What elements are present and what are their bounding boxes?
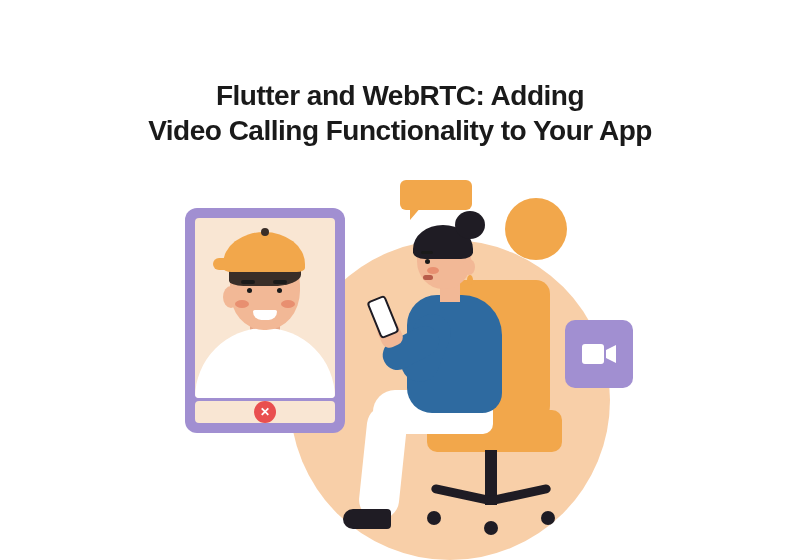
end-call-glyph: ✕ bbox=[260, 405, 270, 419]
tablet-screen bbox=[195, 218, 335, 398]
illustration-stage: ✕ bbox=[0, 170, 800, 560]
title-line-1: Flutter and WebRTC: Adding bbox=[216, 80, 584, 111]
woman-on-chair bbox=[355, 225, 595, 545]
page-title: Flutter and WebRTC: Adding Video Calling… bbox=[0, 0, 800, 148]
tablet-control-bar: ✕ bbox=[195, 401, 335, 423]
chat-bubble-icon bbox=[400, 180, 472, 216]
tablet-video-call: ✕ bbox=[185, 208, 345, 433]
end-call-icon: ✕ bbox=[254, 401, 276, 423]
title-line-2: Video Calling Functionality to Your App bbox=[148, 115, 652, 146]
smartphone bbox=[366, 295, 400, 340]
